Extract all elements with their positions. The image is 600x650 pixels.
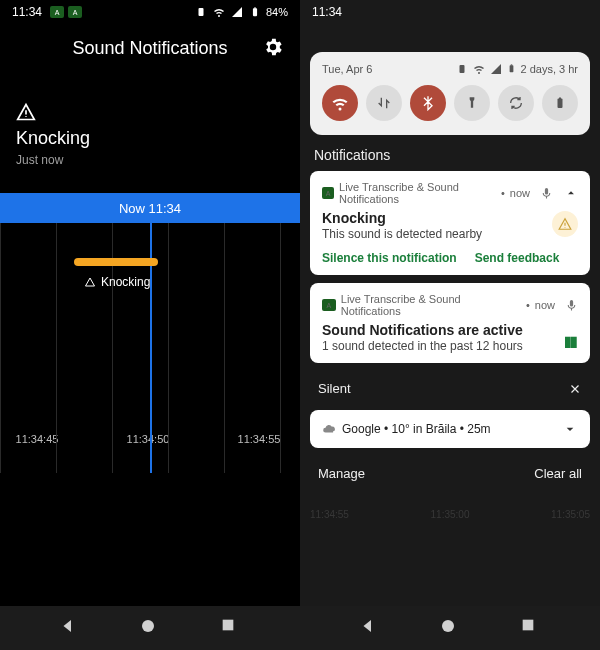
app-notification-icon: A bbox=[68, 6, 82, 18]
pause-button[interactable]: ▮▮ bbox=[564, 333, 576, 349]
manage-button[interactable]: Manage bbox=[318, 466, 365, 481]
app-icon: A bbox=[322, 187, 334, 199]
svg-rect-7 bbox=[510, 64, 512, 65]
battery-estimate: 2 days, 3 hr bbox=[521, 63, 578, 75]
app-icon: A bbox=[322, 299, 336, 311]
svg-rect-1 bbox=[253, 8, 257, 16]
clock: 11:34 bbox=[312, 5, 342, 19]
nav-bar bbox=[0, 606, 300, 650]
nav-bar bbox=[300, 606, 600, 650]
clear-all-button[interactable]: Clear all bbox=[534, 466, 582, 481]
notification-body: This sound is detected nearby bbox=[322, 227, 578, 241]
nav-recents-button[interactable] bbox=[520, 617, 542, 639]
nav-back-button[interactable] bbox=[359, 617, 381, 639]
mic-icon bbox=[565, 299, 578, 312]
shade-footer: Manage Clear all bbox=[300, 458, 600, 481]
clock: 11:34 bbox=[12, 5, 42, 19]
notification-title: Knocking bbox=[322, 210, 578, 226]
qs-wifi[interactable] bbox=[322, 85, 358, 121]
app-notification-icon: A bbox=[50, 6, 64, 18]
svg-rect-2 bbox=[254, 7, 256, 8]
notification-app: Live Transcribe & Sound Notifications bbox=[339, 181, 496, 205]
settings-button[interactable] bbox=[262, 36, 284, 58]
nav-back-button[interactable] bbox=[59, 617, 81, 639]
notification-when: now bbox=[535, 299, 555, 311]
vibrate-icon bbox=[194, 5, 208, 19]
wifi-icon bbox=[212, 5, 226, 19]
silent-section: Silent bbox=[300, 371, 600, 406]
expand-icon[interactable] bbox=[562, 421, 578, 437]
action-silence[interactable]: Silence this notification bbox=[322, 251, 457, 265]
notification-when: now bbox=[510, 187, 530, 199]
svg-point-10 bbox=[442, 620, 454, 632]
cloud-icon bbox=[322, 422, 336, 436]
nav-home-button[interactable] bbox=[439, 617, 461, 639]
background-timeline-axis: 11:34:55 11:35:00 11:35:05 bbox=[300, 481, 600, 520]
qs-data[interactable] bbox=[366, 85, 402, 121]
signal-icon bbox=[230, 5, 244, 19]
notification-card[interactable]: A Live Transcribe & Sound Notifications … bbox=[310, 283, 590, 363]
status-bar: 11:34 bbox=[300, 0, 600, 24]
svg-rect-8 bbox=[558, 99, 563, 109]
silent-label: Silent bbox=[318, 381, 351, 396]
notification-app: Live Transcribe & Sound Notifications bbox=[341, 293, 521, 317]
svg-rect-0 bbox=[198, 8, 203, 16]
vibrate-icon bbox=[456, 63, 468, 75]
google-card-text: Google • 10° in Brăila • 25m bbox=[342, 422, 491, 436]
battery-icon bbox=[507, 62, 516, 75]
app-header: Sound Notifications bbox=[0, 24, 300, 72]
notification-title: Sound Notifications are active bbox=[322, 322, 578, 338]
notification-body: 1 sound detected in the past 12 hours bbox=[322, 339, 578, 353]
notification-card[interactable]: A Live Transcribe & Sound Notifications … bbox=[310, 171, 590, 275]
svg-rect-11 bbox=[522, 620, 533, 631]
svg-rect-6 bbox=[509, 65, 513, 72]
detection-name: Knocking bbox=[16, 128, 284, 149]
svg-rect-5 bbox=[459, 65, 464, 73]
detection-time: Just now bbox=[16, 153, 284, 167]
action-feedback[interactable]: Send feedback bbox=[475, 251, 560, 265]
svg-point-3 bbox=[142, 620, 154, 632]
warning-icon bbox=[552, 211, 578, 237]
svg-rect-9 bbox=[559, 98, 561, 100]
battery-percent: 84% bbox=[266, 6, 288, 18]
notifications-heading: Notifications bbox=[314, 147, 586, 163]
notification-card-google[interactable]: Google • 10° in Brăila • 25m bbox=[310, 410, 590, 448]
latest-detection: Knocking Just now bbox=[0, 72, 300, 179]
right-phone: 11:34 Tue, Apr 6 2 days, 3 hr Notificati… bbox=[300, 0, 600, 650]
nav-recents-button[interactable] bbox=[220, 617, 242, 639]
wifi-icon bbox=[473, 63, 485, 75]
page-title: Sound Notifications bbox=[72, 38, 227, 59]
quick-settings-panel: Tue, Apr 6 2 days, 3 hr bbox=[310, 52, 590, 135]
svg-rect-4 bbox=[222, 620, 233, 631]
warning-icon bbox=[16, 102, 36, 122]
timeline[interactable]: Knocking bbox=[0, 223, 300, 473]
qs-autorotate[interactable] bbox=[498, 85, 534, 121]
close-icon[interactable] bbox=[568, 382, 582, 396]
left-phone: 11:34 A A 84% Sound Notifications bbox=[0, 0, 300, 650]
signal-icon bbox=[490, 63, 502, 75]
now-indicator[interactable]: Now 11:34 bbox=[0, 193, 300, 223]
status-bar: 11:34 A A 84% bbox=[0, 0, 300, 24]
nav-home-button[interactable] bbox=[139, 617, 161, 639]
shade-date: Tue, Apr 6 bbox=[322, 63, 372, 75]
collapse-icon[interactable] bbox=[564, 186, 578, 200]
battery-icon bbox=[248, 5, 262, 19]
timeline-event-label: Knocking bbox=[84, 275, 150, 289]
qs-bluetooth[interactable] bbox=[410, 85, 446, 121]
mic-icon bbox=[540, 187, 553, 200]
qs-flashlight[interactable] bbox=[454, 85, 490, 121]
timeline-event-bar[interactable] bbox=[74, 258, 158, 266]
qs-battery-saver[interactable] bbox=[542, 85, 578, 121]
